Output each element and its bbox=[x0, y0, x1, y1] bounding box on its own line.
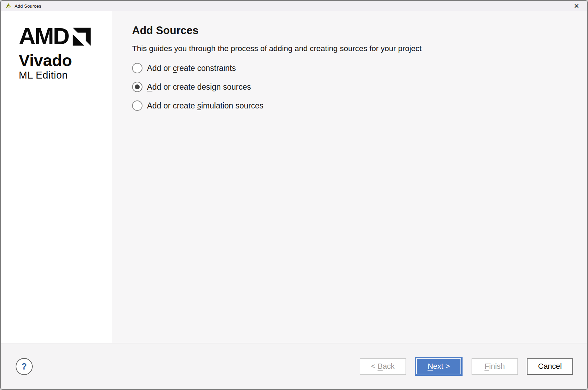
radio-add-constraints[interactable]: Add or create constraints bbox=[132, 63, 573, 73]
wizard-content: Add Sources This guides you through the … bbox=[112, 11, 587, 343]
radio-circle[interactable] bbox=[132, 63, 142, 73]
radio-circle[interactable] bbox=[132, 100, 142, 111]
close-icon[interactable]: ✕ bbox=[569, 1, 584, 11]
radio-add-simulation-sources[interactable]: Add or create simulation sources bbox=[132, 100, 573, 111]
radio-label: Add or create design sources bbox=[147, 82, 251, 92]
radio-label: Add or create simulation sources bbox=[147, 101, 263, 111]
back-button-label: < Back bbox=[371, 362, 395, 371]
amd-logo: AMD bbox=[19, 27, 112, 46]
titlebar[interactable]: Add Sources ✕ bbox=[1, 1, 587, 11]
help-button[interactable]: ? bbox=[16, 358, 33, 375]
dialog-body: AMD Vivado ML Edition Add Sources This g… bbox=[1, 11, 587, 343]
page-subtitle: This guides you through the process of a… bbox=[132, 43, 573, 54]
cancel-button[interactable]: Cancel bbox=[527, 358, 573, 375]
radio-add-design-sources[interactable]: Add or create design sources bbox=[132, 82, 573, 92]
back-button[interactable]: < Back bbox=[360, 358, 406, 375]
product-name: Vivado bbox=[19, 52, 112, 68]
radio-label: Add or create constraints bbox=[147, 64, 236, 73]
finish-button[interactable]: Finish bbox=[472, 358, 518, 375]
radio-circle[interactable] bbox=[132, 82, 142, 92]
edition-name: ML Edition bbox=[19, 70, 112, 81]
source-type-options: Add or create constraints Add or create … bbox=[132, 63, 573, 111]
wizard-footer: ? < Back Next > Finish Cancel bbox=[1, 343, 587, 389]
cancel-button-label: Cancel bbox=[538, 362, 562, 371]
finish-button-label: Finish bbox=[484, 362, 505, 371]
amd-logo-text: AMD bbox=[19, 27, 69, 46]
add-sources-dialog: Add Sources ✕ AMD Vivado ML Edition Add … bbox=[0, 0, 588, 390]
footer-buttons: < Back Next > Finish Cancel bbox=[360, 357, 573, 376]
page-title: Add Sources bbox=[132, 24, 573, 38]
amd-arrow-icon bbox=[72, 27, 91, 46]
next-button[interactable]: Next > bbox=[415, 357, 463, 376]
next-button-label: Next > bbox=[427, 362, 450, 371]
window-title: Add Sources bbox=[15, 3, 41, 9]
vivado-logo-icon bbox=[5, 2, 12, 9]
branding-panel: AMD Vivado ML Edition bbox=[1, 11, 112, 343]
